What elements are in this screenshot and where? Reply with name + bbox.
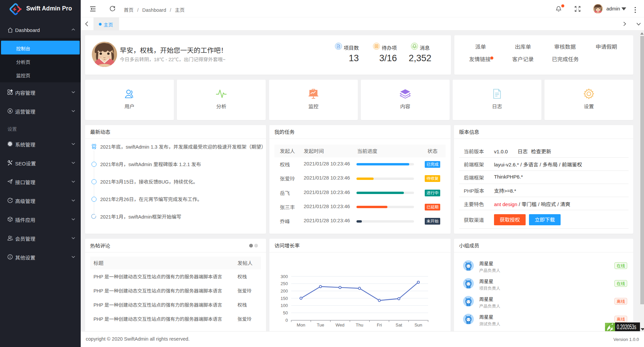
svg-text:200: 200: [280, 288, 288, 294]
svg-text:Tue: Tue: [317, 322, 324, 327]
svg-text:Wed: Wed: [336, 322, 345, 327]
svg-text:100: 100: [280, 303, 288, 308]
svg-text:300: 300: [280, 274, 288, 279]
svg-text:50: 50: [283, 310, 288, 315]
svg-text:Thu: Thu: [356, 322, 363, 327]
svg-text:Sun: Sun: [414, 322, 422, 327]
svg-text:Fri: Fri: [377, 322, 382, 327]
svg-text:250: 250: [280, 281, 288, 286]
svg-text:0: 0: [286, 318, 288, 323]
svg-text:Mon: Mon: [297, 322, 305, 327]
svg-text:Sat: Sat: [395, 322, 402, 327]
svg-text:150: 150: [280, 296, 288, 301]
